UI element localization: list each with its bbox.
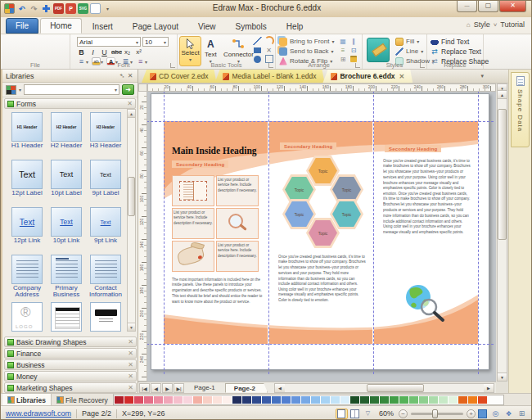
color-swatch[interactable] — [458, 396, 467, 404]
file-tool-icon[interactable] — [30, 49, 41, 60]
library-shape[interactable]: Text 10pt Link — [47, 207, 86, 255]
close-tab-icon[interactable]: ✕ — [399, 73, 405, 80]
scroll-right-icon[interactable]: ▶ — [484, 384, 494, 392]
ribbon-tab[interactable]: File — [6, 18, 38, 34]
color-swatch[interactable] — [409, 396, 418, 404]
color-swatch[interactable] — [154, 396, 163, 404]
style-menu[interactable]: Style — [474, 20, 490, 29]
library-section[interactable]: Business ✕ — [4, 359, 137, 370]
color-swatch[interactable] — [252, 396, 261, 404]
scroll-down-icon[interactable]: ▼ — [128, 323, 135, 331]
grid-text-cell[interactable]: List your product or service here. Inclu… — [172, 208, 214, 239]
library-shape[interactable]: Contact Information — [86, 255, 125, 302]
replace-command[interactable]: Find Text — [431, 37, 489, 46]
font-style-button[interactable]: B — [77, 48, 86, 56]
color-swatch[interactable] — [390, 396, 399, 404]
library-palette-icon[interactable] — [6, 85, 16, 95]
shape-tool-icon[interactable] — [252, 37, 263, 45]
color-swatch[interactable] — [419, 396, 428, 404]
color-swatch[interactable] — [370, 396, 379, 404]
guide-line[interactable] — [164, 92, 165, 374]
theme-brush-button[interactable] — [367, 38, 390, 62]
brochure-middle-panel[interactable]: Secondary Heading Topic Topic Topic Topi… — [268, 121, 373, 344]
color-swatch[interactable] — [242, 396, 251, 404]
scroll-left-icon[interactable]: ◀ — [275, 384, 285, 392]
grid-text-cell[interactable]: List your product or service here. Inclu… — [216, 175, 259, 206]
dialog-launcher-icon[interactable] — [268, 63, 273, 68]
color-swatch[interactable] — [291, 396, 300, 404]
color-swatch[interactable] — [429, 396, 438, 404]
color-swatch[interactable] — [350, 396, 359, 404]
window-button[interactable] — [457, 1, 477, 12]
color-swatch[interactable] — [282, 396, 291, 404]
ribbon-tab[interactable]: Insert — [83, 20, 122, 34]
scroll-up-icon[interactable]: ▲ — [498, 91, 507, 99]
previous-page-icon[interactable]: ◀ — [151, 383, 161, 393]
font-style-button[interactable]: U — [100, 48, 109, 56]
color-swatch[interactable] — [380, 396, 389, 404]
color-swatch[interactable] — [174, 396, 183, 404]
dialog-launcher-icon[interactable] — [420, 63, 425, 68]
close-icon[interactable]: ✕ — [128, 384, 133, 391]
canvas-tool-button[interactable] — [503, 409, 515, 419]
product-grid[interactable]: List your product or service here. Inclu… — [172, 175, 259, 272]
library-shape[interactable]: LOGO — [7, 302, 47, 332]
library-section[interactable]: Basic Drawing Shapes ✕ — [4, 336, 137, 347]
color-swatch[interactable] — [439, 396, 448, 404]
color-swatch[interactable] — [232, 396, 241, 404]
arrange-mini-icon[interactable] — [338, 37, 348, 45]
document-tab[interactable]: Media Label - Blank 1.eddx ✕ — [214, 70, 324, 83]
color-swatch[interactable] — [272, 396, 281, 404]
brochure-left-panel[interactable]: Main Inside Heading Secondary Heading Li… — [164, 121, 268, 344]
ribbon-tab[interactable]: Help — [277, 20, 313, 34]
next-page-icon[interactable]: ▶ — [162, 383, 173, 393]
arrange-mini-icon[interactable] — [338, 46, 348, 54]
color-swatch[interactable] — [134, 396, 143, 404]
library-shape[interactable]: H2 Header H2 Header — [47, 112, 86, 160]
secondary-heading[interactable]: Secondary Heading — [385, 145, 441, 152]
library-search-select[interactable]: ▾ — [24, 84, 119, 95]
right-panel-paragraph[interactable]: Once you've created great business cards… — [383, 158, 471, 235]
library-scrollbar[interactable]: ▲ ▼ — [127, 109, 136, 332]
split-view-icon[interactable]: ▾ — [498, 84, 507, 91]
brochure-page[interactable]: Main Inside Heading Secondary Heading Li… — [151, 93, 489, 370]
color-swatch[interactable] — [311, 396, 320, 404]
scroll-down-icon[interactable]: ▼ — [498, 373, 507, 381]
file-tool-icon[interactable] — [18, 37, 29, 47]
page-tab[interactable]: Page-1 — [186, 383, 223, 392]
ribbon-tab[interactable]: Symbols — [227, 20, 276, 34]
connector-tool-button[interactable]: Connector ▾ — [223, 38, 254, 64]
library-shape[interactable]: Text 9pt Link — [86, 207, 125, 255]
shape-tool-icon[interactable] — [264, 37, 274, 45]
secondary-heading[interactable]: Secondary Heading — [280, 142, 336, 150]
font-style-button[interactable]: abc — [111, 48, 120, 56]
color-swatch[interactable] — [301, 396, 310, 404]
canvas-tool-button[interactable] — [476, 409, 489, 419]
library-section[interactable]: Marketing Shapes ✕ — [4, 382, 137, 393]
close-icon[interactable]: ✕ — [128, 350, 133, 357]
library-shape[interactable]: Text 12pt Link — [7, 207, 47, 255]
font-family-select[interactable]: Arial ▾ — [77, 37, 141, 47]
file-tool-icon[interactable] — [43, 37, 53, 47]
color-swatch[interactable] — [183, 396, 192, 404]
guide-line[interactable] — [147, 344, 494, 345]
file-tool-icon[interactable] — [43, 49, 53, 60]
ribbon-tab[interactable]: Page Layout — [124, 20, 187, 34]
secondary-heading[interactable]: Secondary Heading — [172, 160, 228, 168]
shape-tool-icon[interactable] — [252, 46, 263, 54]
guide-line[interactable] — [373, 92, 374, 374]
color-swatch[interactable] — [223, 396, 232, 404]
library-shape[interactable] — [47, 302, 86, 332]
close-icon[interactable]: ✕ — [128, 361, 133, 368]
zoom-out-button[interactable]: − — [399, 409, 408, 418]
drawing-canvas[interactable]: Main Inside Heading Secondary Heading Li… — [147, 92, 496, 382]
file-tool-icon[interactable] — [30, 37, 41, 47]
color-swatch[interactable] — [213, 396, 222, 404]
tab-overflow-icon[interactable]: ▾ — [480, 73, 484, 79]
dialog-launcher-icon[interactable] — [170, 63, 175, 68]
grid-image-cell[interactable] — [172, 175, 214, 206]
file-tool-icon[interactable] — [6, 49, 16, 60]
color-swatch[interactable] — [203, 396, 212, 404]
grid-image-cell[interactable] — [216, 208, 259, 239]
font-style-button[interactable]: I — [88, 48, 97, 56]
